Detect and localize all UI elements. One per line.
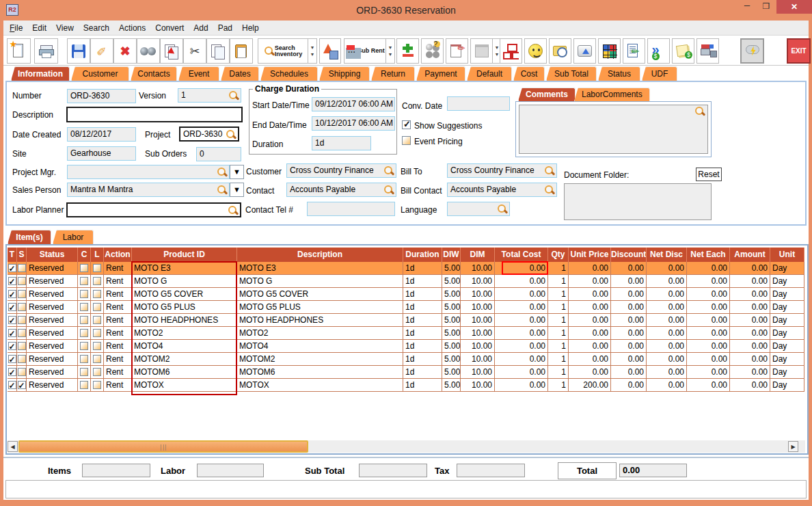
l-checkbox[interactable] bbox=[93, 264, 101, 272]
print-button[interactable] bbox=[34, 38, 58, 64]
document-folder-box[interactable] bbox=[564, 183, 712, 220]
menu-help[interactable]: Help bbox=[237, 23, 264, 33]
item-row-moto-e3[interactable]: ReservedRentMOTO E3MOTO E31d5.0010.000.0… bbox=[8, 262, 804, 275]
t-checkbox[interactable] bbox=[8, 264, 16, 272]
save-button[interactable] bbox=[67, 38, 90, 64]
tab-shipping[interactable]: Shipping bbox=[319, 66, 370, 81]
tab-labor-tab[interactable]: Labor bbox=[53, 230, 94, 244]
c-checkbox[interactable] bbox=[80, 329, 88, 337]
tab-payment[interactable]: Payment bbox=[416, 66, 465, 81]
t-checkbox[interactable] bbox=[8, 368, 16, 376]
project-search-icon[interactable] bbox=[226, 129, 236, 140]
labor-planner-search-icon[interactable] bbox=[228, 205, 239, 216]
col-header-unit-price[interactable]: Unit Price bbox=[569, 248, 611, 262]
c-checkbox[interactable] bbox=[80, 381, 88, 389]
maximize-button[interactable]: ❒ bbox=[757, 0, 775, 14]
col-header-amount[interactable]: Amount bbox=[730, 248, 770, 262]
col-header-total-cost[interactable]: Total Cost bbox=[495, 248, 548, 262]
col-header-status[interactable]: Status bbox=[27, 248, 78, 262]
col-header-duration[interactable]: Duration bbox=[403, 248, 442, 262]
tab-cost[interactable]: Cost bbox=[513, 66, 545, 81]
col-header-product-id[interactable]: Product ID bbox=[132, 248, 237, 262]
shortcut-key-button[interactable] bbox=[573, 38, 596, 64]
minimize-button[interactable]: – bbox=[738, 0, 756, 14]
tab-default[interactable]: Default bbox=[467, 66, 512, 81]
tab-event[interactable]: Event bbox=[178, 66, 219, 81]
delete-button[interactable]: ✖ bbox=[113, 38, 137, 64]
col-header-unit[interactable]: Unit bbox=[770, 248, 804, 262]
tab-dates[interactable]: Dates bbox=[221, 66, 259, 81]
l-checkbox[interactable] bbox=[93, 342, 101, 350]
reset-button[interactable]: Reset bbox=[696, 168, 722, 181]
item-row-moto-g[interactable]: ReservedRentMOTO GMOTO G1d5.0010.000.001… bbox=[8, 275, 804, 288]
bill-to-field[interactable]: Cross Country Finance bbox=[447, 163, 557, 178]
scroll-right-arrow[interactable]: ▶ bbox=[788, 441, 798, 452]
comments-search-icon[interactable] bbox=[694, 106, 705, 117]
tab-items-tab[interactable]: Item(s) bbox=[8, 230, 51, 244]
c-checkbox[interactable] bbox=[80, 316, 88, 324]
org-chart-button[interactable] bbox=[500, 38, 522, 64]
duration-field[interactable]: 1d bbox=[312, 136, 371, 150]
contact-field[interactable]: Accounts Payable bbox=[286, 183, 396, 197]
labor-planner-field[interactable] bbox=[66, 202, 241, 217]
item-row-motom6[interactable]: ReservedRentMOTOM6MOTOM61d5.0010.000.001… bbox=[8, 366, 804, 379]
number-field[interactable]: ORD-3630 bbox=[67, 89, 136, 103]
tab-labor-comments[interactable]: LaborComments bbox=[574, 88, 650, 101]
col-header-t[interactable]: T bbox=[8, 248, 17, 262]
c-checkbox[interactable] bbox=[80, 290, 88, 298]
t-checkbox[interactable] bbox=[8, 342, 16, 350]
sub-rent-dropdown[interactable]: ▼ ▼ bbox=[386, 38, 395, 64]
calendar-button[interactable] bbox=[470, 38, 493, 64]
contact-tel-field[interactable] bbox=[307, 202, 395, 216]
show-suggestions-checkbox[interactable] bbox=[402, 120, 411, 129]
bill-contact-search-icon[interactable] bbox=[544, 185, 555, 196]
col-header-description[interactable]: Description bbox=[237, 248, 403, 262]
l-checkbox[interactable] bbox=[93, 329, 101, 337]
item-row-moto2[interactable]: ReservedRentMOTO2MOTO21d5.0010.000.0010.… bbox=[8, 327, 804, 340]
item-row-moto-headphones[interactable]: ReservedRentMOTO HEADPHONESMOTO HEADPHON… bbox=[8, 314, 804, 327]
notepad-button[interactable]: ✏ bbox=[446, 38, 468, 64]
forward-money-button[interactable] bbox=[647, 38, 670, 64]
bill-contact-field[interactable]: Accounts Payable bbox=[447, 183, 557, 197]
menu-actions[interactable]: Actions bbox=[114, 23, 150, 33]
folder-history-button[interactable] bbox=[549, 38, 571, 64]
tab-status[interactable]: Status bbox=[598, 66, 640, 81]
exit-button[interactable]: EXIT bbox=[787, 38, 811, 64]
version-field[interactable]: 1 bbox=[178, 88, 241, 103]
description-field[interactable] bbox=[66, 107, 243, 122]
item-row-moto-g5-plus[interactable]: ReservedRentMOTO G5 PLUSMOTO G5 PLUS1d5.… bbox=[8, 301, 804, 314]
edit-document-button[interactable] bbox=[623, 38, 645, 64]
contact-search-icon[interactable] bbox=[383, 185, 394, 196]
availability-group-button[interactable] bbox=[421, 38, 444, 64]
search-inventory-dropdown[interactable]: ▼ ▼ bbox=[308, 38, 317, 64]
scrollbar-thumb[interactable] bbox=[18, 440, 308, 453]
l-checkbox[interactable] bbox=[93, 381, 101, 389]
customer-field[interactable]: Cross Country Finance bbox=[286, 163, 396, 178]
tab-sub-total[interactable]: Sub Total bbox=[546, 66, 597, 81]
search-inventory-button[interactable]: SearchInventory bbox=[258, 38, 308, 64]
c-checkbox[interactable] bbox=[80, 303, 88, 311]
l-checkbox[interactable] bbox=[93, 277, 101, 285]
sales-person-dropdown[interactable]: ▼ bbox=[230, 183, 244, 197]
item-row-motox[interactable]: ReservedRentMOTOXMOTOX1d5.0010.000.00120… bbox=[8, 379, 804, 392]
col-header-dim[interactable]: DIM bbox=[461, 248, 495, 262]
comments-textarea[interactable] bbox=[519, 105, 708, 154]
close-button[interactable]: ✕ bbox=[776, 0, 812, 14]
project-mgr-field[interactable] bbox=[67, 165, 230, 179]
col-header-discount[interactable]: Discount bbox=[611, 248, 647, 262]
language-field[interactable] bbox=[447, 202, 510, 216]
end-datetime-field[interactable]: 10/12/2017 06:00 AM bbox=[312, 116, 395, 131]
t-checkbox[interactable] bbox=[8, 381, 16, 389]
menu-add[interactable]: Add bbox=[189, 23, 213, 33]
tab-comments[interactable]: Comments bbox=[518, 88, 576, 101]
col-header-c[interactable]: C bbox=[78, 248, 91, 262]
tab-return[interactable]: Return bbox=[371, 66, 415, 81]
menu-edit[interactable]: Edit bbox=[27, 23, 51, 33]
col-header-diw[interactable]: DIW bbox=[442, 248, 461, 262]
c-checkbox[interactable] bbox=[80, 342, 88, 350]
item-row-moto4[interactable]: ReservedRentMOTO4MOTO41d5.0010.000.0010.… bbox=[8, 340, 804, 353]
language-search-icon[interactable] bbox=[497, 204, 508, 215]
smiley-feedback-button[interactable] bbox=[524, 38, 547, 64]
project-mgr-dropdown[interactable]: ▼ bbox=[230, 165, 244, 179]
s-checkbox[interactable] bbox=[18, 342, 26, 350]
